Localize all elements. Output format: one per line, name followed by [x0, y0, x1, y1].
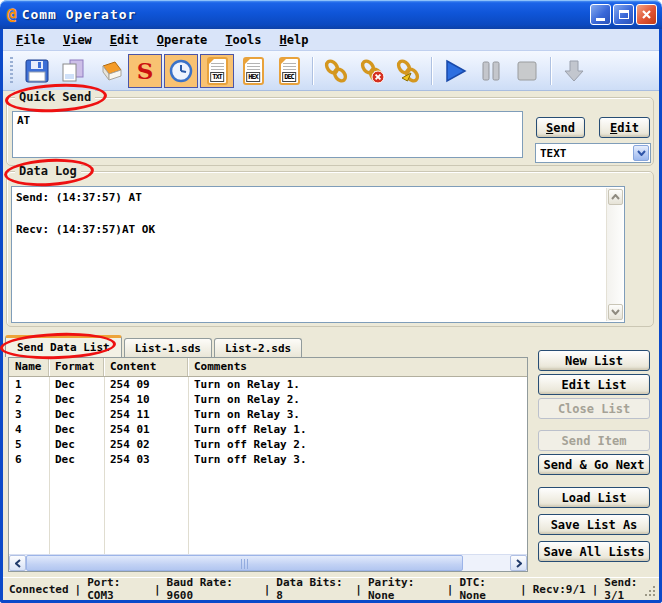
new-list-button[interactable]: New List — [538, 350, 650, 371]
minimize-icon — [596, 18, 605, 21]
chevron-down-icon[interactable] — [633, 145, 649, 161]
disconnect-button[interactable] — [355, 54, 389, 88]
table-row[interactable]: 2 Dec 254 10 Turn on Relay 2. — [9, 392, 527, 407]
minimize-button[interactable] — [590, 4, 611, 25]
resize-grip[interactable] — [653, 594, 655, 596]
table-header: Name Format Content Comments — [9, 358, 527, 377]
menu-tools[interactable]: Tools — [216, 31, 270, 49]
status-separator: | — [264, 583, 271, 596]
scroll-up-icon[interactable] — [608, 189, 623, 205]
reconnect-button[interactable] — [391, 54, 425, 88]
disconnect-icon — [357, 56, 387, 86]
down-arrow-button[interactable] — [557, 54, 591, 88]
table-row[interactable]: 6 Dec 254 03 Turn off Relay 3. — [9, 452, 527, 467]
send-item-button: Send Item — [538, 430, 650, 451]
toolbar-separator — [550, 57, 551, 85]
maximize-button[interactable] — [613, 4, 634, 25]
menu-help[interactable]: Help — [271, 31, 318, 49]
table-horizontal-scrollbar[interactable] — [9, 554, 527, 571]
status-separator: | — [355, 583, 362, 596]
send-button[interactable]: Send — [536, 117, 585, 138]
copy-icon — [60, 58, 86, 84]
scroll-right-icon[interactable] — [510, 555, 527, 571]
table-row[interactable]: 1 Dec 254 09 Turn on Relay 1. — [9, 377, 527, 392]
pause-icon — [478, 58, 504, 84]
edit-button[interactable]: Edit — [599, 117, 650, 138]
save-all-lists-button[interactable]: Save All Lists — [538, 541, 650, 562]
close-button[interactable] — [636, 4, 657, 25]
send-go-next-button[interactable]: Send & Go Next — [538, 454, 650, 475]
window-frame: File View Edit Operate Tools Help — [0, 29, 662, 603]
tab-list-1[interactable]: List-1.sds — [124, 338, 212, 357]
table-row[interactable]: 4 Dec 254 01 Turn off Relay 1. — [9, 422, 527, 437]
save-list-as-button[interactable]: Save List As — [538, 514, 650, 535]
scroll-left-icon[interactable] — [9, 555, 26, 571]
col-name[interactable]: Name — [9, 358, 49, 376]
timestamp-button[interactable] — [164, 54, 198, 88]
toolbar-gripper[interactable] — [10, 57, 13, 85]
format-dec-button[interactable]: DEC — [272, 54, 306, 88]
table-row[interactable]: 3 Dec 254 11 Turn on Relay 3. — [9, 407, 527, 422]
format-hex-button[interactable]: HEX — [236, 54, 270, 88]
column-divider — [104, 377, 105, 554]
menu-file[interactable]: File — [7, 31, 54, 49]
status-connection: Connected — [9, 583, 69, 596]
format-select[interactable]: TEXT — [535, 143, 651, 163]
col-content[interactable]: Content — [104, 358, 188, 376]
edit-list-button[interactable]: Edit List — [538, 374, 650, 395]
cell-content: 254 10 — [104, 392, 188, 407]
send-s-button[interactable]: S — [128, 54, 162, 88]
tab-list-2[interactable]: List-2.sds — [214, 338, 302, 357]
cell-name: 6 — [9, 452, 49, 467]
status-recv: Recv:9/1 — [533, 583, 586, 596]
cell-format: Dec — [49, 392, 104, 407]
tab-send-data-list[interactable]: Send Data List — [5, 335, 122, 357]
status-separator: | — [447, 583, 454, 596]
col-format[interactable]: Format — [49, 358, 104, 376]
menu-view[interactable]: View — [54, 31, 101, 49]
close-icon — [641, 9, 652, 20]
cell-format: Dec — [49, 452, 104, 467]
quick-send-label: Quick Send — [15, 90, 95, 105]
format-dec-icon: DEC — [279, 57, 300, 85]
data-log-output[interactable]: Send: (14:37:57) AT Recv: (14:37:57)AT O… — [11, 186, 625, 323]
status-bar: Connected | Port: COM3 | Baud Rate: 9600… — [3, 577, 659, 600]
load-list-button[interactable]: Load List — [538, 487, 650, 508]
table-row[interactable]: 5 Dec 254 02 Turn off Relay 2. — [9, 437, 527, 452]
window-title: Comm Operator — [22, 7, 590, 22]
cell-format: Dec — [49, 422, 104, 437]
stop-icon — [514, 58, 540, 84]
reconnect-icon — [393, 56, 423, 86]
connect-icon — [321, 56, 351, 86]
cell-name: 2 — [9, 392, 49, 407]
start-button[interactable] — [438, 54, 472, 88]
menu-edit[interactable]: Edit — [101, 31, 148, 49]
cell-content: 254 09 — [104, 377, 188, 392]
menu-operate[interactable]: Operate — [148, 31, 217, 49]
cell-name: 4 — [9, 422, 49, 437]
status-separator: | — [75, 583, 82, 596]
status-baud-rate: Baud Rate: 9600 — [167, 576, 258, 602]
copy-button[interactable] — [56, 54, 90, 88]
save-button[interactable] — [20, 54, 54, 88]
menu-bar: File View Edit Operate Tools Help — [3, 29, 659, 51]
scroll-down-icon[interactable] — [608, 304, 623, 320]
scrollbar-thumb[interactable] — [26, 555, 463, 571]
status-port: Port: COM3 — [87, 576, 148, 602]
cell-format: Dec — [49, 437, 104, 452]
cell-content: 254 11 — [104, 407, 188, 422]
pause-button[interactable] — [474, 54, 508, 88]
status-separator: | — [154, 583, 161, 596]
log-line — [16, 206, 602, 222]
column-divider — [49, 377, 50, 554]
status-parity: Parity: None — [368, 576, 441, 602]
quick-send-input[interactable]: AT — [12, 111, 523, 158]
connect-button[interactable] — [319, 54, 353, 88]
col-comments[interactable]: Comments — [188, 358, 527, 376]
log-scrollbar[interactable] — [606, 188, 623, 321]
table-body: 1 Dec 254 09 Turn on Relay 1. 2 Dec 254 … — [9, 377, 527, 554]
stop-button[interactable] — [510, 54, 544, 88]
eraser-button[interactable] — [92, 54, 126, 88]
title-bar: @ Comm Operator — [0, 0, 662, 29]
format-txt-button[interactable]: TXT — [200, 54, 234, 88]
